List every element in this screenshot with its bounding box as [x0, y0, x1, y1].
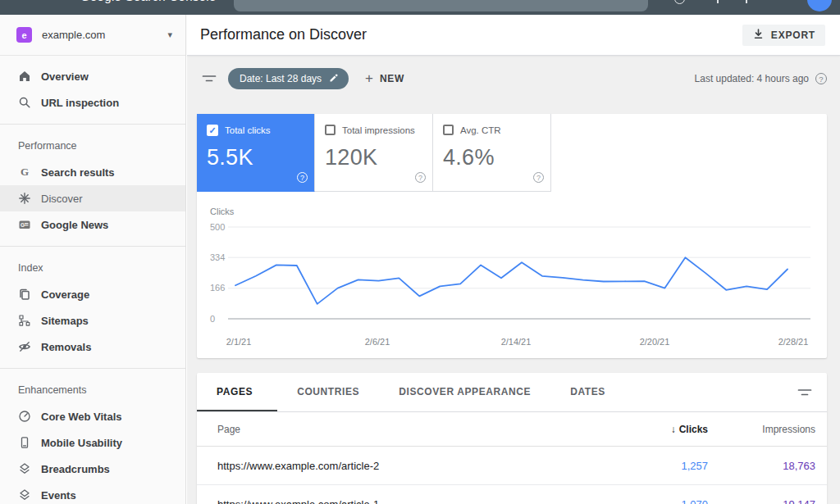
sidebar-item-google-news[interactable]: G Google News [0, 211, 185, 238]
home-icon [18, 70, 31, 83]
sidebar-item-events[interactable]: Events [0, 482, 185, 504]
sidebar-item-sitemaps[interactable]: Sitemaps [0, 307, 185, 334]
performance-chart-card: ✓ Total clicks 5.5K ? Total impressions … [197, 114, 827, 358]
help-icon[interactable]: ? [297, 172, 308, 183]
metric-tiles: ✓ Total clicks 5.5K ? Total impressions … [197, 114, 551, 192]
sidebar-divider [0, 124, 185, 125]
metric-value: 120K [325, 145, 377, 170]
clicks-value: 1,070 [609, 498, 708, 504]
avatar[interactable] [807, 0, 832, 11]
page-url-link[interactable]: https://www.example.com/article-2 [197, 460, 609, 472]
column-header-impressions[interactable]: Impressions [708, 424, 827, 435]
chevron-down-icon: ▾ [167, 30, 172, 40]
table-tabs: PAGES COUNTRIES DISCOVER APPEARANCE DATE… [197, 373, 827, 412]
sidebar-nav: Overview URL inspection Performance G Se… [0, 56, 185, 504]
metric-tile-total-impressions[interactable]: Total impressions 120K ? [315, 114, 433, 192]
pages-icon [18, 288, 31, 301]
dimensions-table-card: PAGES COUNTRIES DISCOVER APPEARANCE DATE… [197, 373, 827, 504]
filter-bar: Date: Last 28 days + NEW Last updated: 4… [197, 67, 827, 90]
sidebar-item-core-web-vitals[interactable]: Core Web Vitals [0, 403, 185, 429]
section-label-enhancements: Enhancements [0, 377, 185, 403]
sidebar-item-search-results[interactable]: G Search results [0, 159, 185, 185]
table-row[interactable]: https://www.example.com/article-2 1,257 … [197, 447, 827, 485]
metric-tile-avg-ctr[interactable]: Avg. CTR 4.6% ? [433, 114, 551, 192]
google-g-icon: G [18, 166, 31, 179]
apps-icon[interactable] [746, 0, 747, 3]
app-logo: Google Search Console [80, 0, 217, 3]
table-filter-icon[interactable] [797, 385, 812, 400]
tab-discover-appearance[interactable]: DISCOVER APPEARANCE [379, 373, 550, 411]
date-filter-chip[interactable]: Date: Last 28 days [228, 68, 349, 89]
svg-text:2/20/21: 2/20/21 [640, 337, 670, 347]
app-window: Google Search Console e example.com ▾ Ov… [0, 0, 840, 504]
property-selector[interactable]: e example.com ▾ [0, 15, 185, 56]
tab-pages[interactable]: PAGES [197, 373, 277, 411]
eye-off-icon [18, 340, 31, 353]
sidebar-divider [0, 246, 185, 247]
layers-icon [18, 488, 31, 502]
clicks-value: 1,257 [609, 460, 708, 472]
column-header-page[interactable]: Page [197, 424, 609, 435]
tab-dates[interactable]: DATES [550, 373, 625, 411]
global-search-input[interactable] [234, 0, 648, 11]
checkbox-checked-icon[interactable]: ✓ [207, 125, 218, 136]
gauge-icon [18, 410, 31, 423]
section-label-performance: Performance [0, 133, 185, 159]
help-icon[interactable]: ? [415, 172, 426, 183]
svg-text:2/28/21: 2/28/21 [778, 337, 809, 347]
column-header-clicks[interactable]: ↓Clicks [609, 424, 708, 435]
svg-text:500: 500 [210, 222, 225, 232]
news-icon: G [18, 218, 31, 231]
edit-pencil-icon [329, 73, 339, 85]
svg-text:G: G [21, 222, 25, 228]
svg-text:166: 166 [210, 283, 225, 293]
discover-asterisk-icon [18, 192, 31, 205]
svg-text:334: 334 [210, 252, 225, 262]
property-badge: e [16, 27, 32, 43]
sidebar-divider [0, 368, 185, 369]
sort-desc-icon: ↓ [671, 424, 676, 435]
sidebar-item-discover[interactable]: Discover [0, 185, 185, 211]
svg-text:2/1/21: 2/1/21 [226, 337, 252, 347]
table-row[interactable]: https://www.example.com/article-1 1,070 … [197, 485, 827, 504]
download-icon [752, 28, 765, 43]
table-header-row: Page ↓Clicks Impressions [197, 412, 827, 447]
last-updated: Last updated: 4 hours ago ? [695, 73, 827, 84]
page-title: Performance on Discover [200, 26, 367, 43]
checkbox-unchecked-icon[interactable] [443, 125, 454, 135]
top-app-bar: Google Search Console [0, 0, 840, 15]
page-header: Performance on Discover EXPORT [187, 15, 840, 56]
sidebar-item-coverage[interactable]: Coverage [0, 281, 185, 307]
impressions-value: 18,763 [708, 460, 827, 472]
metric-tile-total-clicks[interactable]: ✓ Total clicks 5.5K ? [197, 114, 315, 192]
filter-icon[interactable] [202, 71, 217, 86]
property-name: example.com [42, 29, 105, 41]
tab-countries[interactable]: COUNTRIES [277, 373, 379, 411]
plus-icon: + [365, 70, 373, 87]
page-url-link[interactable]: https://www.example.com/article-1 [197, 498, 609, 504]
sidebar: e example.com ▾ Overview URL inspection … [0, 15, 186, 504]
clicks-line-chart[interactable]: 50033416602/1/212/6/212/14/212/20/212/28… [197, 192, 827, 358]
metric-value: 5.5K [207, 145, 253, 170]
help-icon[interactable]: ? [815, 73, 827, 84]
sidebar-item-overview[interactable]: Overview [0, 63, 185, 89]
metric-value: 4.6% [443, 145, 495, 170]
impressions-value: 19,147 [708, 498, 827, 504]
sidebar-item-removals[interactable]: Removals [0, 334, 185, 360]
settings-icon[interactable] [717, 0, 719, 3]
svg-text:2/14/21: 2/14/21 [501, 337, 532, 347]
svg-text:2/6/21: 2/6/21 [365, 337, 390, 347]
new-filter-button[interactable]: + NEW [365, 70, 404, 87]
search-icon [18, 96, 31, 109]
sidebar-item-url-inspection[interactable]: URL inspection [0, 89, 185, 116]
section-label-index: Index [0, 255, 185, 281]
help-icon[interactable] [674, 0, 685, 4]
export-button[interactable]: EXPORT [742, 25, 825, 46]
sidebar-item-mobile-usability[interactable]: Mobile Usability [0, 429, 185, 456]
sidebar-item-breadcrumbs[interactable]: Breadcrumbs [0, 456, 185, 482]
checkbox-unchecked-icon[interactable] [325, 125, 336, 135]
svg-text:0: 0 [210, 314, 215, 324]
help-icon[interactable]: ? [533, 172, 544, 183]
main-content: Performance on Discover EXPORT Date: Las… [187, 15, 840, 504]
smartphone-icon [18, 436, 31, 449]
